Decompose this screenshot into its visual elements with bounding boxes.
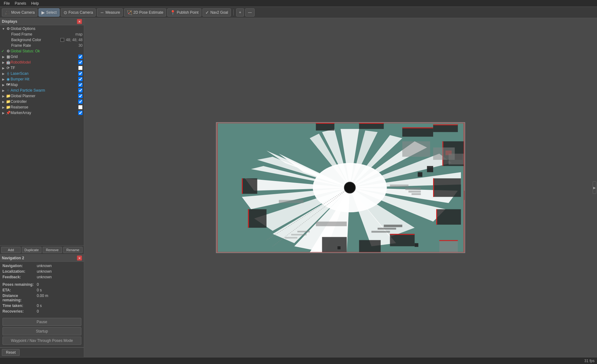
- global-options-icon: ⚙: [6, 26, 11, 31]
- expand-bumper-icon: ▶: [1, 78, 6, 81]
- pause-button[interactable]: Pause: [2, 318, 81, 326]
- pose-icon: 🏹: [127, 10, 132, 15]
- background-color-swatch: [60, 38, 64, 42]
- tf-checkbox[interactable]: [78, 66, 83, 70]
- rename-button[interactable]: Rename: [63, 247, 83, 253]
- bumper-hit-checkbox[interactable]: [78, 77, 83, 81]
- marker-array-item[interactable]: ▶ 📌 MarkerArray: [0, 110, 84, 116]
- displays-tree: ▼ ⚙ Global Options Fixed Frame map Backg…: [0, 25, 84, 245]
- svg-rect-71: [449, 154, 464, 165]
- nav-recoveries-value: 0: [37, 309, 39, 314]
- nav-feedback-value: unknown: [37, 275, 52, 279]
- global-status-item[interactable]: ✓ ⚙ Global Status: Ok: [0, 48, 84, 54]
- focus-icon: ⊙: [64, 10, 67, 15]
- map-item[interactable]: ▶ 🗺 Map: [0, 82, 84, 88]
- svg-rect-65: [371, 231, 390, 233]
- expand-marker-icon: ▶: [1, 111, 6, 115]
- expand-planner-icon: ▶: [1, 94, 6, 98]
- add-button[interactable]: Add: [1, 247, 21, 253]
- map-checkbox[interactable]: [78, 83, 83, 87]
- bumper-hit-item[interactable]: ▶ ◉ Bumper Hit: [0, 76, 84, 82]
- nav-poses-label: Poses remaining:: [2, 282, 37, 287]
- robot-model-item[interactable]: ▶ 🤖 RobotModel: [0, 60, 84, 65]
- publish-point-label: Publish Point: [177, 10, 198, 15]
- svg-rect-50: [418, 172, 423, 177]
- svg-rect-48: [337, 246, 341, 249]
- map-canvas: [216, 122, 465, 253]
- global-planner-item[interactable]: ▶ 📁 Global Planner: [0, 93, 84, 99]
- nav-close-button[interactable]: ✕: [77, 256, 82, 261]
- marker-array-checkbox[interactable]: [78, 111, 83, 115]
- realsense-item[interactable]: ▶ 📁 Realsense: [0, 104, 84, 110]
- menubar: File Panels Help: [0, 0, 597, 7]
- background-color-item[interactable]: Background Color 48; 48; 48: [0, 37, 84, 43]
- left-panel: Displays ✕ ▼ ⚙ Global Options Fixed Fram…: [0, 18, 84, 357]
- add-display-button[interactable]: +: [236, 8, 244, 17]
- publish-point-button[interactable]: 📍 Publish Point: [167, 8, 201, 17]
- global-planner-checkbox[interactable]: [78, 94, 83, 98]
- svg-rect-66: [297, 231, 310, 232]
- viewport[interactable]: ◀: [84, 18, 597, 357]
- amcl-label: Amcl Particle Swarm: [11, 88, 78, 93]
- grid-item[interactable]: ▶ ▦ Grid: [0, 54, 84, 60]
- select-icon: ▶: [41, 10, 45, 15]
- global-options-item[interactable]: ▼ ⚙ Global Options: [0, 26, 84, 31]
- nav-header: Navigation 2 ✕: [0, 255, 84, 262]
- robot-model-checkbox[interactable]: [78, 60, 83, 65]
- tf-item[interactable]: ▶ ⟳ TF: [0, 65, 84, 71]
- svg-rect-34: [433, 178, 461, 197]
- nav-recoveries-label: Recoveries:: [2, 309, 37, 314]
- expand-laser-icon: ▶: [1, 72, 6, 75]
- move-camera-label: Move Camera: [11, 10, 35, 15]
- tf-icon: ⟳: [6, 66, 11, 70]
- svg-rect-24: [316, 123, 334, 131]
- move-camera-button[interactable]: 🎥 Move Camera: [2, 8, 37, 17]
- measure-button[interactable]: ↔ Measure: [97, 8, 123, 17]
- realsense-checkbox[interactable]: [78, 105, 83, 109]
- reset-button[interactable]: Reset: [2, 349, 20, 356]
- toolbar-separator: [233, 9, 234, 16]
- grid-checkbox[interactable]: [78, 55, 83, 59]
- laser-scan-item[interactable]: ▶ ⟠ LaserScan: [0, 71, 84, 76]
- controller-checkbox[interactable]: [78, 99, 83, 104]
- remove-button[interactable]: Remove: [43, 247, 62, 253]
- laser-scan-checkbox[interactable]: [78, 71, 83, 76]
- nav-poses-row: Poses remaining: 0: [2, 282, 81, 287]
- amcl-item[interactable]: ▶ ⁘ Amcl Particle Swarm: [0, 88, 84, 93]
- fixed-frame-item[interactable]: Fixed Frame map: [0, 31, 84, 37]
- focus-camera-label: Focus Camera: [69, 10, 93, 15]
- frame-rate-item[interactable]: Frame Rate 30: [0, 43, 84, 48]
- navigation-panel: Navigation 2 ✕ Navigation: unknown Local…: [0, 255, 84, 347]
- controller-item[interactable]: ▶ 📁 Controller: [0, 99, 84, 104]
- displays-close-button[interactable]: ✕: [77, 19, 82, 24]
- menu-file[interactable]: File: [1, 1, 12, 6]
- svg-rect-59: [412, 193, 421, 195]
- measure-icon: ↔: [100, 10, 104, 15]
- grid-icon: ▦: [6, 55, 11, 59]
- svg-rect-56: [390, 184, 408, 187]
- toolbar: 🎥 Move Camera ▶ Select ⊙ Focus Camera ↔ …: [0, 7, 597, 18]
- select-label: Select: [46, 10, 56, 15]
- nav-content: Navigation: unknown Localization: unknow…: [0, 262, 84, 317]
- amcl-checkbox[interactable]: [78, 88, 83, 93]
- plus-icon: +: [239, 10, 241, 15]
- nav-title: Navigation 2: [2, 256, 24, 260]
- remove-display-button[interactable]: —: [245, 8, 255, 17]
- startup-button[interactable]: Startup: [2, 327, 81, 335]
- menu-help[interactable]: Help: [29, 1, 41, 6]
- svg-rect-28: [402, 127, 433, 137]
- marker-array-label: MarkerArray: [11, 111, 78, 115]
- robot-model-label: RobotModel: [11, 60, 78, 65]
- 2d-pose-button[interactable]: 🏹 2D Pose Estimate: [124, 8, 166, 17]
- svg-rect-39: [390, 234, 414, 235]
- svg-rect-40: [359, 240, 380, 252]
- focus-camera-button[interactable]: ⊙ Focus Camera: [61, 8, 96, 17]
- expand-global-options-icon: ▼: [1, 27, 6, 31]
- right-collapse-button[interactable]: ▶: [593, 181, 596, 194]
- select-button[interactable]: ▶ Select: [39, 8, 59, 17]
- waypoint-button[interactable]: Waypoint / Nav Through Poses Mode: [2, 337, 81, 345]
- nav2-goal-button[interactable]: ✓ Nav2 Goal: [203, 8, 231, 17]
- duplicate-button[interactable]: Duplicate: [22, 247, 41, 253]
- menu-panels[interactable]: Panels: [12, 1, 29, 6]
- nav-navigation-value: unknown: [37, 264, 52, 268]
